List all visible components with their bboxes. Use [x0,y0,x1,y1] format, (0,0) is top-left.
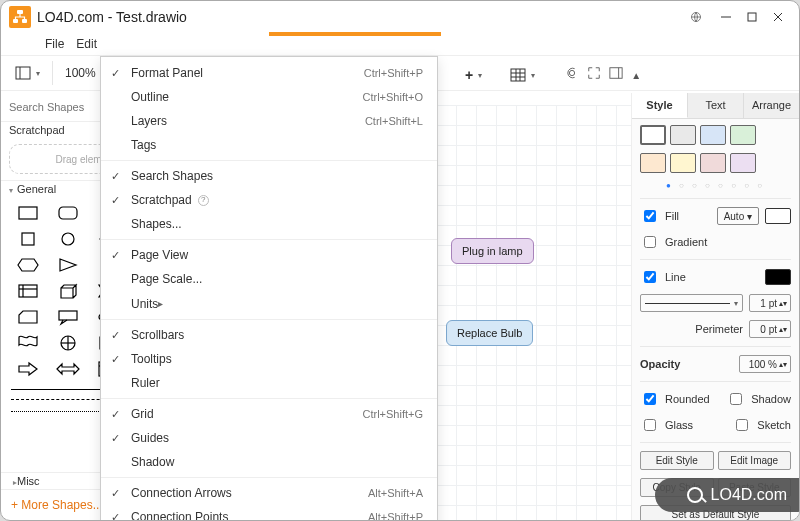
shape-arrow-right[interactable] [11,359,45,379]
menu-scratchpad[interactable]: Scratchpad? [101,188,437,212]
swatch[interactable] [670,125,696,145]
shape-internal-storage[interactable] [11,281,45,301]
shape-triangle[interactable] [51,255,85,275]
shape-rectangle[interactable] [11,203,45,223]
menu-tooltips[interactable]: Tooltips [101,347,437,371]
menu-connection-points[interactable]: Connection PointsAlt+Shift+P [101,505,437,521]
palette-pager[interactable]: ● ○ ○ ○ ○ ○ ○ ○ [640,181,791,190]
swatch-row-1 [640,125,791,145]
swatch[interactable] [670,153,696,173]
shape-hexagon[interactable] [11,255,45,275]
sketch-checkbox[interactable] [736,419,748,431]
sidebar-toggle[interactable] [9,62,46,84]
rounded-checkbox[interactable] [644,393,656,405]
app-window: LO4D.com - Test.drawio File Edit 100% + … [0,0,800,521]
svg-rect-5 [748,13,756,21]
line-checkbox[interactable] [644,271,656,283]
table-button[interactable] [504,64,541,86]
scratchpad-label: Scratchpad [9,124,65,136]
fill-label: Fill [665,210,679,222]
svg-rect-22 [19,285,37,297]
help-icon[interactable]: ? [198,195,209,206]
shape-roundrect[interactable] [51,203,85,223]
swatch[interactable] [640,125,666,145]
swatch[interactable] [700,125,726,145]
shape-circle[interactable] [51,229,85,249]
menu-search-shapes[interactable]: Search Shapes [101,164,437,188]
edit-image-button[interactable]: Edit Image [718,451,792,470]
fill-checkbox[interactable] [644,210,656,222]
swatch[interactable] [640,153,666,173]
canvas-toolbar: + ▲ [451,57,624,93]
menu-edit[interactable]: Edit [76,37,97,51]
opacity-input[interactable]: 100 %▴▾ [739,355,791,373]
svg-rect-8 [511,69,525,81]
format-tabs: Style Text Arrange [632,93,799,119]
maximize-button[interactable] [739,4,765,30]
shape-callout[interactable] [51,307,85,327]
swatch[interactable] [700,153,726,173]
gradient-checkbox[interactable] [644,236,656,248]
menu-page-scale[interactable]: Page Scale... [101,267,437,291]
opacity-label: Opacity [640,358,680,370]
sketch-label: Sketch [757,419,791,431]
menu-shadow[interactable]: Shadow [101,450,437,474]
fullscreen-icon[interactable] [587,66,601,84]
menu-guides[interactable]: Guides [101,426,437,450]
svg-rect-19 [22,233,34,245]
minimize-button[interactable] [713,4,739,30]
insert-button[interactable]: + [459,64,488,86]
glass-label: Glass [665,419,693,431]
zoom-value: 100% [65,66,96,80]
glass-checkbox[interactable] [644,419,656,431]
fill-type-select[interactable]: Auto ▾ [717,207,759,225]
menu-units[interactable]: Units [101,291,437,316]
node-replace-bulb[interactable]: Replace Bulb [446,320,533,346]
menu-shapes[interactable]: Shapes... [101,212,437,236]
shape-arrow-both[interactable] [51,359,85,379]
shape-card[interactable] [11,307,45,327]
swatch[interactable] [730,153,756,173]
svg-rect-13 [610,68,622,79]
menu-layers[interactable]: LayersCtrl+Shift+L [101,109,437,133]
svg-rect-15 [19,207,37,219]
svg-rect-25 [59,311,77,320]
menu-file[interactable]: File [45,37,64,51]
perimeter-input[interactable]: 0 pt▴▾ [749,320,791,338]
tab-arrange[interactable]: Arrange [744,93,799,118]
shape-or[interactable] [51,333,85,353]
swatch[interactable] [730,125,756,145]
view-menu: Format PanelCtrl+Shift+P OutlineCtrl+Shi… [100,56,438,521]
line-color[interactable] [765,269,791,285]
menu-ruler[interactable]: Ruler [101,371,437,395]
line-style-select[interactable] [640,294,743,312]
tab-text[interactable]: Text [688,93,744,118]
collapse-icon[interactable]: ▲ [631,70,641,81]
fill-color[interactable] [765,208,791,224]
language-icon[interactable] [683,4,709,30]
menu-tags[interactable]: Tags [101,133,437,157]
menu-scrollbars[interactable]: Scrollbars [101,323,437,347]
shape-square[interactable] [11,229,45,249]
perimeter-label: Perimeter [695,323,743,335]
theme-icon[interactable] [565,66,579,84]
shadow-label: Shadow [751,393,791,405]
edit-style-button[interactable]: Edit Style [640,451,714,470]
menu-grid[interactable]: GridCtrl+Shift+G [101,402,437,426]
menu-format-panel[interactable]: Format PanelCtrl+Shift+P [101,61,437,85]
shadow-checkbox[interactable] [730,393,742,405]
tab-style[interactable]: Style [632,93,688,118]
menu-connection-arrows[interactable]: Connection ArrowsAlt+Shift+A [101,481,437,505]
gradient-label: Gradient [665,236,707,248]
shape-cube[interactable] [51,281,85,301]
menu-outline[interactable]: OutlineCtrl+Shift+O [101,85,437,109]
shape-tape[interactable] [11,333,45,353]
format-panel-icon[interactable] [609,66,623,84]
node-plug-in-lamp[interactable]: Plug in lamp [451,238,534,264]
menu-page-view[interactable]: Page View [101,243,437,267]
line-width-input[interactable]: 1 pt▴▾ [749,294,791,312]
svg-rect-1 [13,19,18,23]
close-button[interactable] [765,4,791,30]
titlebar: LO4D.com - Test.drawio [1,1,799,33]
svg-point-20 [62,233,74,245]
